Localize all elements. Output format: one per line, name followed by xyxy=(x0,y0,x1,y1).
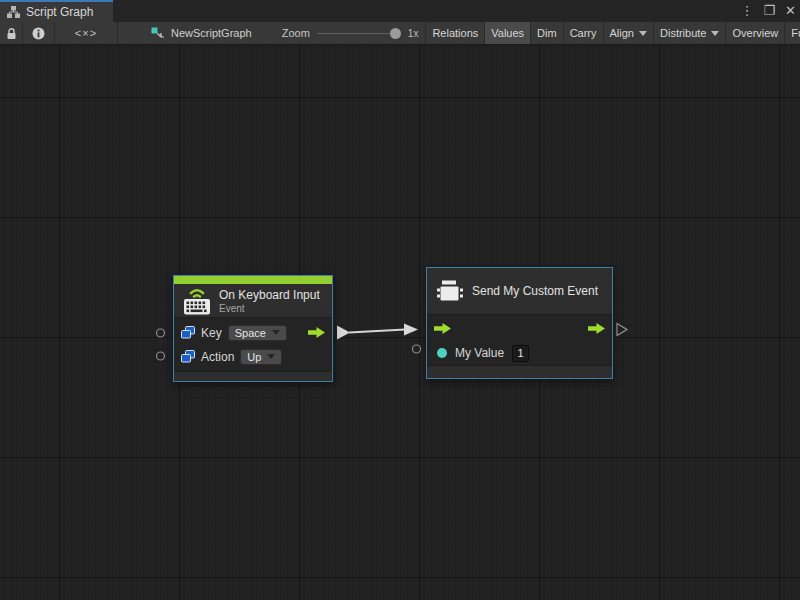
flow-input-arrow[interactable] xyxy=(434,323,451,334)
port-row-key: Key Space xyxy=(181,322,325,343)
node-footer xyxy=(174,372,332,381)
zoom-label: Zoom xyxy=(282,27,310,39)
button-label: Overview xyxy=(732,27,778,39)
button-label: Full S xyxy=(791,27,800,39)
node-title: Send My Custom Event xyxy=(472,284,598,298)
script-graph-window: Script Graph ⋮ ❐ ✕ xyxy=(0,0,800,600)
zoom-control: Zoom 1x xyxy=(282,27,419,39)
input-port-circle[interactable] xyxy=(413,345,421,353)
button-label: Carry xyxy=(570,27,597,39)
keyboard-icon xyxy=(183,286,211,315)
value-port-dot[interactable] xyxy=(437,348,447,358)
input-port-circle[interactable] xyxy=(157,352,165,360)
zoom-value: 1x xyxy=(408,28,419,39)
info-icon xyxy=(32,27,45,40)
node-body: My Value 1 xyxy=(427,315,612,365)
tab-bar: Script Graph ⋮ ❐ ✕ xyxy=(0,0,800,22)
node-on-keyboard-input[interactable]: On Keyboard Input Event Key Space xyxy=(173,275,333,382)
node-titles: On Keyboard Input Event xyxy=(219,288,320,314)
output-port-triangle[interactable] xyxy=(337,326,350,340)
output-port-triangle[interactable] xyxy=(617,324,627,336)
custom-event-icon xyxy=(436,277,464,305)
node-send-my-custom-event[interactable]: Send My Custom Event My Value 1 xyxy=(426,267,613,379)
node-footer xyxy=(427,366,612,378)
node-title: On Keyboard Input xyxy=(219,288,320,302)
toolbar-divider xyxy=(117,22,118,44)
action-dropdown[interactable]: Up xyxy=(240,349,282,365)
input-port-circle[interactable] xyxy=(157,329,165,337)
carry-button[interactable]: Carry xyxy=(564,22,603,44)
flow-output-arrow[interactable] xyxy=(588,323,605,334)
overview-button[interactable]: Overview xyxy=(726,22,784,44)
button-label: Dim xyxy=(537,27,557,39)
node-subtitle: Event xyxy=(219,303,320,314)
lock-icon xyxy=(6,27,17,40)
close-icon[interactable]: ✕ xyxy=(785,0,796,22)
port-row-action: Action Up xyxy=(181,346,325,367)
graph-breadcrumb[interactable]: NewScriptGraph xyxy=(151,27,252,40)
hierarchy-icon xyxy=(7,6,20,18)
literal-icon xyxy=(181,326,195,339)
dropdown-value: Up xyxy=(247,351,261,363)
button-label: Align xyxy=(610,27,634,39)
node-header[interactable]: On Keyboard Input Event xyxy=(174,284,332,317)
chevron-down-icon xyxy=(267,354,275,359)
graph-toolbar: <×> NewScriptGraph Zoom 1x xyxy=(0,22,800,45)
zoom-slider-handle[interactable] xyxy=(390,28,401,39)
port-label: My Value xyxy=(455,346,504,360)
node-accent-bar xyxy=(174,276,332,284)
chevron-down-icon xyxy=(639,31,647,36)
toolbar-buttons: Relations Values Dim Carry Align Distrib… xyxy=(425,22,800,44)
distribute-dropdown-button[interactable]: Distribute xyxy=(654,22,725,44)
code-icon: <×> xyxy=(75,27,97,39)
window-controls: ⋮ ❐ ✕ xyxy=(740,0,796,22)
more-options-icon[interactable]: ⋮ xyxy=(740,0,753,22)
button-label: Relations xyxy=(432,27,478,39)
info-button[interactable] xyxy=(23,22,54,44)
dropdown-value: Space xyxy=(235,327,266,339)
button-label: Values xyxy=(491,27,524,39)
relations-button[interactable]: Relations xyxy=(426,22,484,44)
chevron-down-icon xyxy=(272,330,280,335)
graph-asset-icon xyxy=(151,27,165,40)
port-label: Action xyxy=(201,350,234,364)
zoom-slider[interactable] xyxy=(317,28,401,39)
tab-label: Script Graph xyxy=(26,5,93,19)
key-dropdown[interactable]: Space xyxy=(228,325,287,341)
flow-row xyxy=(427,315,612,341)
port-label: Key xyxy=(201,326,222,340)
graph-canvas[interactable]: On Keyboard Input Event Key Space xyxy=(0,45,800,600)
align-dropdown-button[interactable]: Align xyxy=(604,22,653,44)
maximize-icon[interactable]: ❐ xyxy=(763,0,775,22)
my-value-input[interactable]: 1 xyxy=(512,345,529,362)
graph-name: NewScriptGraph xyxy=(171,27,252,39)
chevron-down-icon xyxy=(711,31,719,36)
button-label: Distribute xyxy=(660,27,706,39)
code-view-button[interactable]: <×> xyxy=(55,22,117,44)
node-header[interactable]: Send My Custom Event xyxy=(427,268,612,314)
dim-button[interactable]: Dim xyxy=(531,22,563,44)
literal-icon xyxy=(181,350,195,363)
connection-wire xyxy=(349,330,405,333)
fullscreen-button[interactable]: Full S xyxy=(785,22,800,44)
node-body: Key Space Action xyxy=(174,318,332,371)
flow-output-arrow[interactable] xyxy=(308,327,325,338)
values-button[interactable]: Values xyxy=(485,22,530,44)
lock-button[interactable] xyxy=(0,22,22,44)
connection-arrowhead xyxy=(404,324,418,336)
connection-layer xyxy=(0,45,800,600)
port-row-my-value: My Value 1 xyxy=(427,341,612,365)
tab-script-graph[interactable]: Script Graph xyxy=(0,0,113,22)
